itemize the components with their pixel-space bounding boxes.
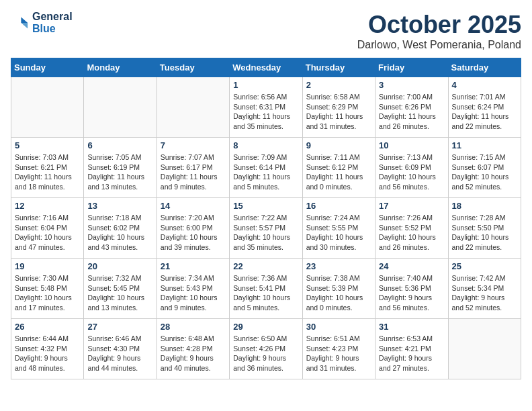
calendar-cell: 14Sunrise: 7:20 AM Sunset: 6:00 PM Dayli… (157, 198, 229, 259)
day-number: 13 (87, 201, 152, 211)
day-info: Sunrise: 6:44 AM Sunset: 4:32 PM Dayligh… (15, 334, 80, 373)
day-number: 12 (15, 201, 80, 211)
calendar-cell: 24Sunrise: 7:40 AM Sunset: 5:36 PM Dayli… (375, 259, 448, 319)
day-number: 7 (161, 140, 226, 150)
calendar-body: 1Sunrise: 6:56 AM Sunset: 6:31 PM Daylig… (11, 77, 521, 379)
day-number: 26 (15, 322, 80, 332)
day-info: Sunrise: 7:42 AM Sunset: 5:34 PM Dayligh… (452, 273, 517, 313)
weekday-header: Sunday (11, 58, 84, 77)
calendar: SundayMondayTuesdayWednesdayThursdayFrid… (11, 58, 521, 379)
calendar-cell: 19Sunrise: 7:30 AM Sunset: 5:48 PM Dayli… (11, 259, 84, 319)
day-info: Sunrise: 7:30 AM Sunset: 5:48 PM Dayligh… (15, 273, 80, 313)
day-number: 25 (452, 261, 517, 271)
day-info: Sunrise: 7:36 AM Sunset: 5:41 PM Dayligh… (233, 273, 298, 313)
calendar-cell: 15Sunrise: 7:22 AM Sunset: 5:57 PM Dayli… (230, 198, 302, 259)
calendar-cell: 12Sunrise: 7:16 AM Sunset: 6:04 PM Dayli… (11, 198, 84, 259)
day-number: 6 (87, 140, 152, 150)
calendar-cell: 20Sunrise: 7:32 AM Sunset: 5:45 PM Dayli… (84, 259, 157, 319)
day-number: 30 (306, 322, 371, 332)
day-number: 2 (306, 80, 371, 90)
calendar-cell: 5Sunrise: 7:03 AM Sunset: 6:21 PM Daylig… (11, 138, 84, 198)
weekday-header: Friday (375, 58, 448, 77)
day-number: 27 (87, 322, 152, 332)
calendar-cell: 27Sunrise: 6:46 AM Sunset: 4:30 PM Dayli… (84, 319, 157, 379)
calendar-cell: 17Sunrise: 7:26 AM Sunset: 5:52 PM Dayli… (375, 198, 448, 259)
day-number: 31 (379, 322, 444, 332)
calendar-cell: 7Sunrise: 7:07 AM Sunset: 6:17 PM Daylig… (157, 138, 229, 198)
day-number: 3 (379, 80, 444, 90)
week-row: 1Sunrise: 6:56 AM Sunset: 6:31 PM Daylig… (11, 77, 521, 138)
day-info: Sunrise: 7:22 AM Sunset: 5:57 PM Dayligh… (233, 213, 298, 253)
weekday-header: Tuesday (157, 58, 229, 77)
calendar-cell: 31Sunrise: 6:53 AM Sunset: 4:21 PM Dayli… (375, 319, 448, 379)
day-number: 15 (233, 201, 298, 211)
weekday-header: Wednesday (230, 58, 302, 77)
day-info: Sunrise: 6:53 AM Sunset: 4:21 PM Dayligh… (379, 334, 444, 373)
calendar-cell: 29Sunrise: 6:50 AM Sunset: 4:26 PM Dayli… (230, 319, 302, 379)
day-info: Sunrise: 6:50 AM Sunset: 4:26 PM Dayligh… (233, 334, 298, 373)
day-info: Sunrise: 7:28 AM Sunset: 5:50 PM Dayligh… (452, 213, 517, 253)
day-number: 19 (15, 261, 80, 271)
day-number: 20 (87, 261, 152, 271)
calendar-cell: 11Sunrise: 7:15 AM Sunset: 6:07 PM Dayli… (448, 138, 521, 198)
day-number: 16 (306, 201, 371, 211)
weekday-header: Monday (84, 58, 157, 77)
day-number: 10 (379, 140, 444, 150)
day-info: Sunrise: 7:00 AM Sunset: 6:26 PM Dayligh… (379, 92, 444, 132)
day-info: Sunrise: 7:26 AM Sunset: 5:52 PM Dayligh… (379, 213, 444, 253)
day-number: 9 (306, 140, 371, 150)
calendar-cell (84, 77, 157, 138)
week-row: 26Sunrise: 6:44 AM Sunset: 4:32 PM Dayli… (11, 319, 521, 379)
weekday-header: Saturday (448, 58, 521, 77)
day-info: Sunrise: 7:16 AM Sunset: 6:04 PM Dayligh… (15, 213, 80, 253)
calendar-cell: 6Sunrise: 7:05 AM Sunset: 6:19 PM Daylig… (84, 138, 157, 198)
day-number: 8 (233, 140, 298, 150)
day-info: Sunrise: 7:20 AM Sunset: 6:00 PM Dayligh… (161, 213, 226, 253)
calendar-cell (448, 319, 521, 379)
calendar-cell: 23Sunrise: 7:38 AM Sunset: 5:39 PM Dayli… (302, 259, 375, 319)
day-info: Sunrise: 6:46 AM Sunset: 4:30 PM Dayligh… (87, 334, 152, 373)
calendar-cell: 25Sunrise: 7:42 AM Sunset: 5:34 PM Dayli… (448, 259, 521, 319)
calendar-cell: 18Sunrise: 7:28 AM Sunset: 5:50 PM Dayli… (448, 198, 521, 259)
day-info: Sunrise: 7:34 AM Sunset: 5:43 PM Dayligh… (161, 273, 226, 313)
day-number: 22 (233, 261, 298, 271)
calendar-cell: 3Sunrise: 7:00 AM Sunset: 6:26 PM Daylig… (375, 77, 448, 138)
calendar-cell: 10Sunrise: 7:13 AM Sunset: 6:09 PM Dayli… (375, 138, 448, 198)
calendar-cell: 2Sunrise: 6:58 AM Sunset: 6:29 PM Daylig… (302, 77, 375, 138)
page-header: General Blue October 2025 Darlowo, West … (11, 11, 521, 51)
day-info: Sunrise: 7:32 AM Sunset: 5:45 PM Dayligh… (87, 273, 152, 313)
calendar-cell: 21Sunrise: 7:34 AM Sunset: 5:43 PM Dayli… (157, 259, 229, 319)
calendar-cell: 16Sunrise: 7:24 AM Sunset: 5:55 PM Dayli… (302, 198, 375, 259)
day-number: 5 (15, 140, 80, 150)
day-info: Sunrise: 7:40 AM Sunset: 5:36 PM Dayligh… (379, 273, 444, 313)
day-number: 14 (161, 201, 226, 211)
day-number: 23 (306, 261, 371, 271)
day-number: 18 (452, 201, 517, 211)
day-number: 1 (233, 80, 298, 90)
svg-marker-0 (21, 17, 28, 23)
logo-text: General Blue (32, 11, 73, 35)
day-number: 24 (379, 261, 444, 271)
calendar-cell: 1Sunrise: 6:56 AM Sunset: 6:31 PM Daylig… (230, 77, 302, 138)
week-row: 19Sunrise: 7:30 AM Sunset: 5:48 PM Dayli… (11, 259, 521, 319)
day-info: Sunrise: 7:05 AM Sunset: 6:19 PM Dayligh… (87, 152, 152, 192)
calendar-cell: 4Sunrise: 7:01 AM Sunset: 6:24 PM Daylig… (448, 77, 521, 138)
day-info: Sunrise: 7:18 AM Sunset: 6:02 PM Dayligh… (87, 213, 152, 253)
calendar-cell: 13Sunrise: 7:18 AM Sunset: 6:02 PM Dayli… (84, 198, 157, 259)
svg-marker-1 (21, 23, 28, 28)
month-title: October 2025 (357, 11, 521, 39)
calendar-cell (11, 77, 84, 138)
day-number: 28 (161, 322, 226, 332)
week-row: 12Sunrise: 7:16 AM Sunset: 6:04 PM Dayli… (11, 198, 521, 259)
day-number: 21 (161, 261, 226, 271)
day-number: 11 (452, 140, 517, 150)
day-info: Sunrise: 6:56 AM Sunset: 6:31 PM Dayligh… (233, 92, 298, 132)
calendar-cell: 8Sunrise: 7:09 AM Sunset: 6:14 PM Daylig… (230, 138, 302, 198)
day-info: Sunrise: 6:58 AM Sunset: 6:29 PM Dayligh… (306, 92, 371, 132)
title-area: October 2025 Darlowo, West Pomerania, Po… (357, 11, 521, 51)
calendar-cell: 22Sunrise: 7:36 AM Sunset: 5:41 PM Dayli… (230, 259, 302, 319)
logo-icon (11, 13, 30, 32)
day-info: Sunrise: 6:48 AM Sunset: 4:28 PM Dayligh… (161, 334, 226, 373)
day-info: Sunrise: 7:01 AM Sunset: 6:24 PM Dayligh… (452, 92, 517, 132)
day-info: Sunrise: 7:24 AM Sunset: 5:55 PM Dayligh… (306, 213, 371, 253)
